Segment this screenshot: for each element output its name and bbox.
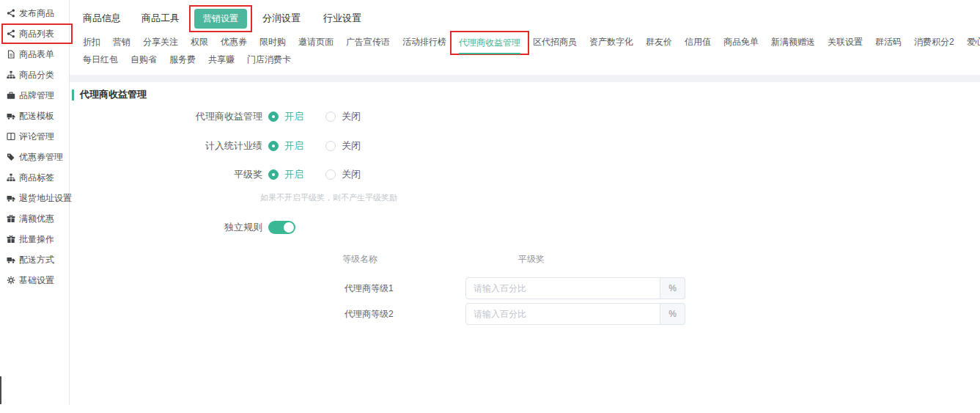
tab-regional-agent-recruiter[interactable]: 区代招商员 [533, 36, 577, 48]
field-label: 独立规则 [70, 221, 262, 234]
annotation-box-marketing-settings: 营销设置 [189, 5, 252, 32]
truck-icon [7, 194, 15, 202]
tab-love-value-a8[interactable]: 爱心值A8 [967, 36, 980, 48]
tab-group-price[interactable]: 群友价 [646, 36, 672, 48]
sidebar: 发布商品 商品列表 商品表单 商品分类 品牌管理 配送模板 评论管理 [0, 0, 70, 405]
sidebar-item-label: 商品分类 [19, 69, 54, 81]
independent-rules-toggle[interactable] [268, 221, 295, 234]
field-label: 计入统计业绩 [70, 139, 262, 153]
tab-invite-page[interactable]: 邀请页面 [298, 36, 334, 48]
tab-association-settings[interactable]: 关联设置 [828, 36, 863, 48]
sidebar-item-review-management[interactable]: 评论管理 [0, 126, 69, 147]
sidebar-item-basic-settings[interactable]: 基础设置 [0, 270, 69, 290]
tab-new-full-gift[interactable]: 新满额赠送 [771, 36, 815, 48]
agent-level-2-label: 代理商等级2 [345, 303, 394, 325]
sidebar-item-full-discount[interactable]: 满额优惠 [0, 208, 69, 229]
sidebar-item-product-category[interactable]: 商品分类 [0, 65, 69, 85]
radio-option-label[interactable]: 关闭 [342, 139, 361, 153]
table-header-same-level-reward: 平级奖 [518, 253, 545, 266]
sidebar-item-label: 优惠券管理 [19, 151, 63, 164]
section-title: 代理商收益管理 [80, 88, 147, 101]
tab-product-info[interactable]: 商品信息 [83, 12, 121, 25]
tab-credit-value[interactable]: 信用值 [685, 36, 711, 48]
tab-profit-sharing-settings[interactable]: 分润设置 [262, 12, 301, 25]
sidebar-item-coupon-management[interactable]: 优惠券管理 [0, 147, 69, 167]
same-level-reward-enable-radio[interactable] [268, 169, 279, 180]
agent-level-2-input-group: % [465, 303, 685, 325]
sidebar-item-label: 批量操作 [19, 233, 54, 246]
secondary-tab-row: 折扣 营销 分享关注 权限 优惠券 限时购 邀请页面 广告宣传语 活动排行榜 代… [83, 35, 980, 49]
same-level-reward-disable-radio[interactable] [325, 169, 336, 180]
sidebar-item-batch-operations[interactable]: 批量操作 [0, 229, 69, 249]
sitemap-icon [7, 173, 15, 182]
sidebar-item-return-address-settings[interactable]: 退货地址设置 [0, 188, 69, 208]
independent-rules-row: 独立规则 [70, 220, 295, 235]
agent-level-1-percentage-input[interactable] [465, 277, 660, 299]
agent-revenue-enable-radio[interactable] [268, 112, 279, 122]
tab-product-free-order[interactable]: 商品免单 [723, 36, 759, 48]
tab-marketing-settings[interactable]: 营销设置 [194, 9, 247, 29]
tab-self-purchase-save[interactable]: 自购省 [130, 54, 157, 66]
sidebar-item-label: 品牌管理 [19, 89, 54, 102]
tab-product-tools[interactable]: 商品工具 [141, 12, 180, 25]
same-level-reward-hint: 如果不开启平级奖，则不产生平级奖励 [260, 192, 397, 203]
count-statistics-enable-radio[interactable] [268, 141, 279, 151]
sidebar-item-label: 发布商品 [19, 7, 54, 20]
tab-consumption-points-2[interactable]: 消费积分2 [914, 36, 954, 48]
sidebar-item-shipping-template[interactable]: 配送模板 [0, 106, 69, 126]
tab-industry-settings[interactable]: 行业设置 [323, 12, 361, 25]
sidebar-item-label: 评论管理 [19, 131, 54, 143]
tabs-card: 商品信息 商品工具 营销设置 分润设置 行业设置 折扣 营销 分享关注 权限 优… [70, 0, 980, 75]
radio-option-label[interactable]: 开启 [284, 139, 303, 153]
tab-daily-red-packet[interactable]: 每日红包 [83, 54, 118, 66]
agent-level-2-percentage-input[interactable] [465, 303, 660, 325]
radio-option-label[interactable]: 开启 [284, 110, 303, 123]
screen-edge-artifact [0, 376, 1, 404]
briefcase-icon [7, 91, 15, 100]
file-icon [7, 50, 15, 59]
content-card: 代理商收益管理 代理商收益管理 开启 关闭 计入统计业绩 [70, 82, 980, 413]
annotation-box-agent-revenue-tab: 代理商收益管理 [450, 31, 529, 55]
radio-option-label[interactable]: 关闭 [342, 168, 361, 181]
tab-store-consumption-card[interactable]: 门店消费卡 [247, 54, 291, 66]
tab-marketing[interactable]: 营销 [113, 36, 130, 48]
tab-flash-sale[interactable]: 限时购 [259, 36, 286, 48]
tab-ad-slogan[interactable]: 广告宣传语 [346, 36, 390, 48]
agent-revenue-disable-radio[interactable] [325, 112, 336, 122]
radio-option-label[interactable]: 开启 [284, 168, 303, 181]
field-label: 代理商收益管理 [70, 110, 262, 123]
count-statistics-row: 计入统计业绩 开启 关闭 [70, 139, 361, 153]
tab-share-earn[interactable]: 共享赚 [208, 54, 235, 66]
gear-icon [7, 276, 15, 285]
sitemap-icon [7, 70, 15, 79]
sidebar-item-brand-management[interactable]: 品牌管理 [0, 85, 69, 106]
tab-discount[interactable]: 折扣 [83, 36, 100, 48]
columns-icon [7, 132, 15, 141]
sidebar-item-label: 配送模板 [19, 110, 54, 123]
tertiary-tab-row: 每日红包 自购省 服务费 共享赚 门店消费卡 [83, 54, 291, 66]
field-label: 平级奖 [70, 168, 262, 181]
tab-activity-ranking[interactable]: 活动排行榜 [402, 36, 446, 48]
sidebar-item-product-list[interactable]: 商品列表 [0, 23, 69, 44]
sidebar-item-product-tags[interactable]: 商品标签 [0, 167, 69, 188]
tab-asset-digitization[interactable]: 资产数字化 [589, 36, 633, 48]
tab-group-qr-code[interactable]: 群活码 [875, 36, 902, 48]
agent-revenue-management-row: 代理商收益管理 开启 关闭 [70, 109, 361, 124]
tab-service-fee[interactable]: 服务费 [169, 54, 196, 66]
section-header: 代理商收益管理 [72, 88, 147, 101]
agent-level-1-input-group: % [465, 277, 685, 299]
tab-permissions[interactable]: 权限 [191, 36, 208, 48]
tab-share-follow[interactable]: 分享关注 [143, 36, 178, 48]
tab-agent-revenue-management[interactable]: 代理商收益管理 [459, 37, 520, 54]
sidebar-item-label: 满额优惠 [19, 213, 54, 225]
sidebar-item-product-form[interactable]: 商品表单 [0, 44, 69, 65]
tab-coupon[interactable]: 优惠券 [221, 36, 247, 48]
gift-icon [7, 235, 15, 244]
gift-icon [7, 214, 15, 223]
sidebar-item-label: 退货地址设置 [19, 192, 72, 205]
sidebar-item-publish-product[interactable]: 发布商品 [0, 3, 69, 23]
radio-option-label[interactable]: 关闭 [342, 110, 361, 123]
share-icon [7, 9, 15, 18]
count-statistics-disable-radio[interactable] [325, 141, 336, 151]
sidebar-item-shipping-method[interactable]: 配送方式 [0, 249, 69, 270]
